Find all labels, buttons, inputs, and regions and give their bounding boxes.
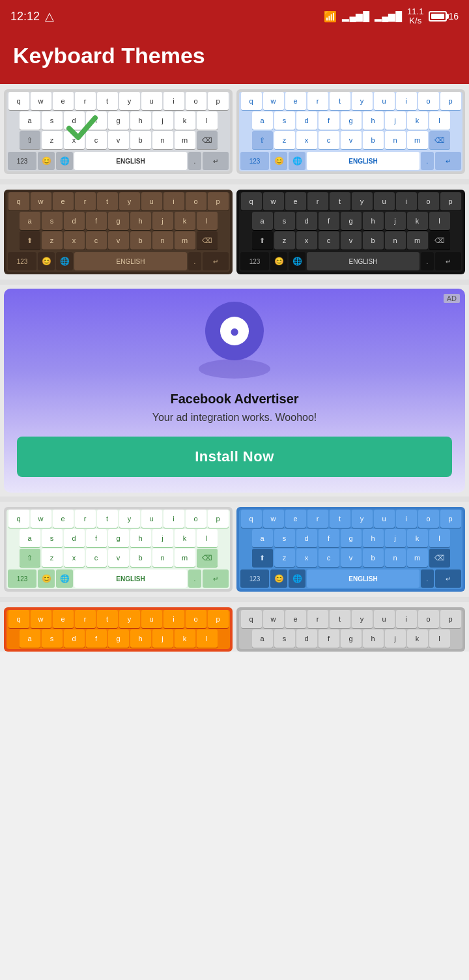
keyboard-preview-green[interactable]: q w e r t y u i o p a s d f g h <box>4 507 233 592</box>
key-r: r <box>307 92 328 110</box>
key-w: w <box>263 510 284 528</box>
key-l: l <box>197 111 218 130</box>
keyboard-preview-light[interactable]: q w e r t y u i o p a s d <box>4 89 233 174</box>
key-shift: ⬆ <box>20 231 40 250</box>
key-shift: ⇧ <box>20 131 40 149</box>
key-j: j <box>152 111 173 130</box>
key-lang: 🌐 <box>289 152 306 170</box>
key-n: n <box>385 131 406 149</box>
key-backspace: ⌫ <box>429 231 450 250</box>
advertiser-avatar: ● <box>220 317 249 345</box>
advertiser-name: Facebook Advertiser <box>170 392 298 407</box>
key-e: e <box>285 92 306 110</box>
keyboard-preview-blue[interactable]: q w e r t y u i o p a s d f g h <box>236 89 465 174</box>
keyboard-preview-black[interactable]: q w e r t y u i o p a s d f g h <box>236 190 465 274</box>
key-i: i <box>396 610 417 628</box>
key-r: r <box>307 192 328 210</box>
keyboard-black: q w e r t y u i o p a s d f g h <box>239 192 462 272</box>
keyboard-grid-row2: q w e r t y u i o p a s d f g h <box>0 184 469 280</box>
key-k: k <box>175 529 195 547</box>
key-i: i <box>396 92 417 110</box>
key-e: e <box>285 192 306 210</box>
keyboard-preview-orange[interactable]: q w e r t y u i o p a s d f g h <box>4 607 233 652</box>
key-y: y <box>119 192 140 210</box>
key-h: h <box>130 529 151 547</box>
key-o: o <box>186 192 206 210</box>
separator4 <box>0 597 469 602</box>
keyboard-preview-brown[interactable]: q w e r t y u i o p a s d f g h <box>4 190 233 274</box>
keyboard-preview-orange2[interactable]: q w e r t y u i o p a s d f g h <box>236 607 465 652</box>
key-shift: ⇧ <box>20 549 40 567</box>
key-u: u <box>141 510 162 528</box>
key-emoji: 😊 <box>270 152 287 170</box>
key-v: v <box>108 549 129 567</box>
key-s: s <box>274 529 295 547</box>
key-e: e <box>285 510 306 528</box>
key-f: f <box>86 212 107 230</box>
keyboard-grid-row4: q w e r t y u i o p a s d f g h <box>0 602 469 652</box>
key-y: y <box>352 610 373 628</box>
key-t: t <box>330 610 350 628</box>
key-i: i <box>163 510 184 528</box>
key-w: w <box>31 510 51 528</box>
key-backspace: ⌫ <box>429 549 450 567</box>
key-english: ENGLISH <box>307 252 419 270</box>
key-d: d <box>64 529 85 547</box>
key-w: w <box>263 192 284 210</box>
key-n: n <box>385 231 406 250</box>
key-w: w <box>263 92 284 110</box>
key-d: d <box>64 212 85 230</box>
key-r: r <box>75 192 96 210</box>
key-k: k <box>407 529 428 547</box>
key-u: u <box>374 610 395 628</box>
key-k: k <box>407 212 428 230</box>
key-shift: ⬆ <box>252 549 273 567</box>
key-o: o <box>186 510 206 528</box>
speed-display: 11.1K/s <box>407 7 423 26</box>
key-b: b <box>130 131 151 149</box>
key-emoji: 😊 <box>270 252 287 270</box>
key-h: h <box>130 212 151 230</box>
key-m: m <box>175 549 195 567</box>
key-123: 123 <box>8 252 36 270</box>
key-enter: ↵ <box>203 569 229 588</box>
key-k: k <box>407 111 428 130</box>
key-l: l <box>197 629 218 648</box>
key-z: z <box>42 231 63 250</box>
key-t: t <box>330 92 350 110</box>
status-right: 📶 ▂▄▆█ ▂▄▆█ 11.1K/s 16 <box>324 7 459 26</box>
key-l: l <box>197 212 218 230</box>
key-g: g <box>341 629 362 648</box>
key-i: i <box>163 610 184 628</box>
key-w: w <box>31 610 51 628</box>
key-k: k <box>175 111 195 130</box>
key-u: u <box>141 192 162 210</box>
key-t: t <box>330 192 350 210</box>
key-l: l <box>197 529 218 547</box>
key-r: r <box>75 92 96 110</box>
key-q: q <box>241 192 262 210</box>
key-p: p <box>440 510 461 528</box>
key-c: c <box>319 549 339 567</box>
key-a: a <box>252 111 273 130</box>
keyboard-grid-row3: q w e r t y u i o p a s d f g h <box>0 502 469 597</box>
ad-banner: AD ● Facebook Advertiser Your ad integra… <box>4 289 465 493</box>
install-now-button[interactable]: Install Now <box>17 437 452 477</box>
key-b: b <box>363 231 384 250</box>
key-b: b <box>130 231 151 250</box>
key-f: f <box>319 212 339 230</box>
key-n: n <box>385 549 406 567</box>
key-english: ENGLISH <box>307 569 419 588</box>
key-f: f <box>86 529 107 547</box>
key-w: w <box>31 192 51 210</box>
key-emoji: 😊 <box>38 252 55 270</box>
key-x: x <box>296 549 317 567</box>
key-h: h <box>363 111 384 130</box>
key-k: k <box>175 629 195 648</box>
key-d: d <box>296 629 317 648</box>
keyboard-preview-blue2[interactable]: q w e r t y u i o p a s d f g h <box>236 507 465 592</box>
key-p: p <box>440 610 461 628</box>
key-y: y <box>352 192 373 210</box>
status-left: 12:12 △ <box>10 9 54 23</box>
key-a: a <box>252 629 273 648</box>
